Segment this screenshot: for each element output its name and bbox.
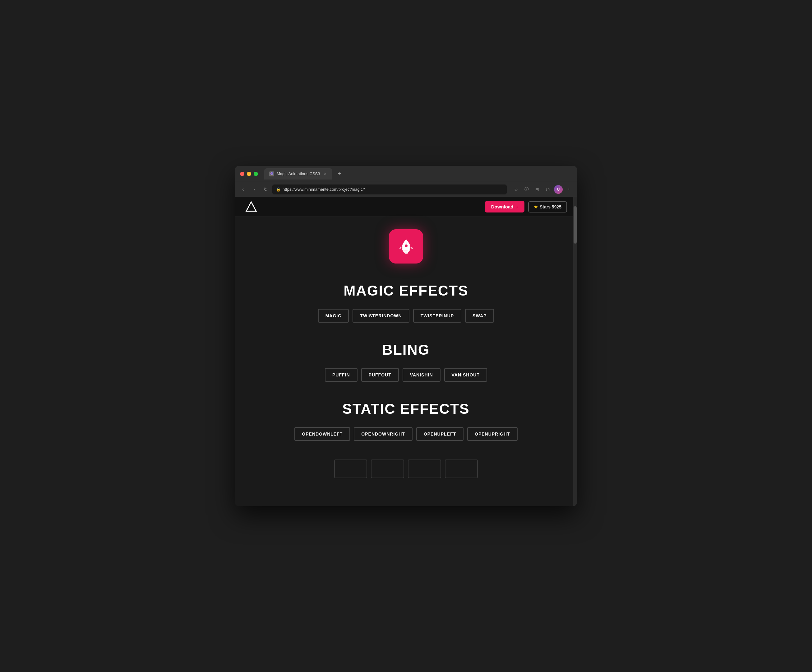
partial-btn-4[interactable] [445,460,478,478]
bling-title: BLING [382,341,430,358]
magic-effects-section: MAGIC EFFECTS MAGIC TWISTERINDOWN TWISTE… [235,282,577,323]
effect-btn-openupleft[interactable]: OPENUPLEFT [416,427,464,441]
mac-window: 🔮 Magic Animations CSS3 ✕ + ‹ › ↻ 🔒 http… [235,166,577,506]
svg-marker-0 [246,202,256,211]
menu-icon[interactable]: ⋮ [565,185,573,194]
forward-button[interactable]: › [250,185,259,194]
effect-btn-twisterinup[interactable]: TWISTERINUP [413,309,461,323]
back-icon: ‹ [242,186,244,192]
site-header: Download ↓ ★ Stars 5925 [235,197,577,217]
static-effects-row: OPENDOWNLEFT OPENDOWNRIGHT OPENUPLEFT OP… [294,427,517,441]
magic-effects-row: MAGIC TWISTERINDOWN TWISTERINUP SWAP [318,309,494,323]
svg-point-1 [404,244,407,247]
layers-icon[interactable]: ⊞ [533,185,542,194]
url-text: https://www.minimamente.com/project/magi… [283,187,503,192]
back-button[interactable]: ‹ [239,185,247,194]
partial-btn-3[interactable] [408,460,441,478]
logo-svg [245,201,258,213]
info-icon[interactable]: ⓘ [522,185,531,194]
minimize-button[interactable] [247,172,251,176]
hero-icon [389,229,423,263]
download-button[interactable]: Download ↓ [485,201,524,212]
tab-area: 🔮 Magic Animations CSS3 ✕ + [264,168,572,180]
refresh-button[interactable]: ↻ [261,185,270,194]
fullscreen-button[interactable] [254,172,258,176]
new-tab-button[interactable]: + [335,169,343,178]
static-effects-section: STATIC EFFECTS OPENDOWNLEFT OPENDOWNRIGH… [235,400,577,441]
browser-tab[interactable]: 🔮 Magic Animations CSS3 ✕ [264,168,332,180]
site-logo[interactable] [245,201,258,213]
bling-effects-row: PUFFIN PUFFOUT VANISHIN VANISHOUT [325,368,487,382]
bookmark-icon[interactable]: ☆ [512,185,520,194]
magic-effects-title: MAGIC EFFECTS [343,282,469,299]
close-button[interactable] [240,172,244,176]
scrollbar-thumb[interactable] [573,206,577,244]
effect-btn-magic[interactable]: MAGIC [318,309,349,323]
tab-favicon: 🔮 [269,171,274,176]
effect-btn-vanishout[interactable]: VANISHOUT [444,368,487,382]
stars-label: Stars 5925 [540,204,561,209]
effect-btn-swap[interactable]: SWAP [465,309,494,323]
bottom-section [235,460,577,487]
profile-avatar[interactable]: U [554,185,563,194]
effect-btn-puffout[interactable]: PUFFOUT [361,368,399,382]
site-content: Download ↓ ★ Stars 5925 [235,197,577,506]
scrollbar[interactable] [573,197,577,506]
effect-btn-opendownleft[interactable]: OPENDOWNLEFT [294,427,350,441]
effect-btn-openupright[interactable]: OPENUPRIGHT [467,427,518,441]
download-label: Download [491,204,513,209]
tab-label: Magic Animations CSS3 [277,171,320,176]
effect-btn-twisterindown[interactable]: TWISTERINDOWN [353,309,409,323]
extensions-icon[interactable]: ⬡ [543,185,552,194]
traffic-lights [240,172,258,176]
bling-section: BLING PUFFIN PUFFOUT VANISHIN VANISHOUT [235,341,577,382]
main-content: MAGIC EFFECTS MAGIC TWISTERINDOWN TWISTE… [235,217,577,506]
stars-button[interactable]: ★ Stars 5925 [528,201,567,212]
effect-btn-opendownright[interactable]: OPENDOWNRIGHT [354,427,413,441]
lock-icon: 🔒 [276,187,281,192]
toolbar-icons: ☆ ⓘ ⊞ ⬡ U ⋮ [512,185,573,194]
rocket-icon [397,238,415,255]
effect-btn-vanishin[interactable]: VANISHIN [403,368,440,382]
star-icon: ★ [534,204,538,209]
partial-btn-2[interactable] [371,460,404,478]
refresh-icon: ↻ [264,186,268,192]
header-actions: Download ↓ ★ Stars 5925 [485,201,567,212]
address-bar-row: ‹ › ↻ 🔒 https://www.minimamente.com/proj… [235,182,577,197]
effect-btn-puffin[interactable]: PUFFIN [325,368,358,382]
partial-buttons-row [334,460,478,478]
title-bar: 🔮 Magic Animations CSS3 ✕ + [235,166,577,182]
static-effects-title: STATIC EFFECTS [342,400,470,417]
forward-icon: › [253,186,255,192]
download-arrow-icon: ↓ [516,204,518,209]
partial-btn-1[interactable] [334,460,367,478]
tab-close-button[interactable]: ✕ [322,171,328,176]
address-bar[interactable]: 🔒 https://www.minimamente.com/project/ma… [272,185,507,195]
